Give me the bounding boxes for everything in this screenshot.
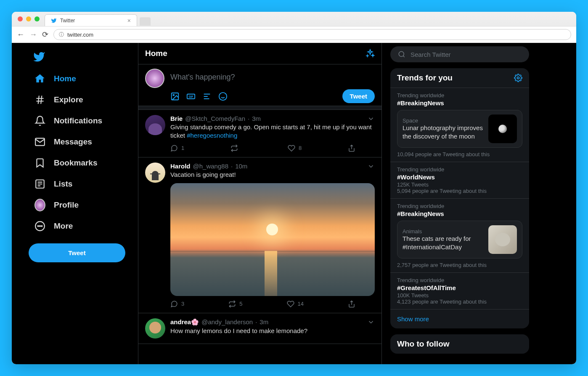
window-close-button[interactable] bbox=[18, 16, 23, 21]
trend-footer: 10,094 people are Tweeting about this bbox=[397, 151, 522, 157]
compose-tweet: What's happening? GIF Tweet bbox=[138, 64, 381, 106]
trend-item[interactable]: Trending worldwide #BreakingNews Space L… bbox=[390, 88, 529, 162]
search-placeholder: Search Twitter bbox=[411, 51, 451, 58]
trend-category: Animals bbox=[403, 228, 484, 235]
twitter-logo[interactable] bbox=[33, 51, 134, 63]
show-more-link[interactable]: Show more bbox=[390, 309, 529, 328]
compose-toolbar: GIF bbox=[170, 92, 228, 101]
nav-label: Explore bbox=[54, 95, 83, 104]
search-input[interactable]: Search Twitter bbox=[390, 46, 529, 62]
right-sidebar: Search Twitter Trends for you Trending w… bbox=[382, 43, 538, 364]
poll-icon[interactable] bbox=[202, 92, 212, 101]
hashtag-link[interactable]: #heregoesnothing bbox=[187, 132, 237, 139]
media-icon[interactable] bbox=[170, 92, 180, 101]
tweet-author-handle[interactable]: @Sktch_ComedyFan bbox=[185, 115, 245, 122]
trends-settings-button[interactable] bbox=[514, 74, 522, 82]
sparkle-icon[interactable] bbox=[366, 49, 375, 58]
trend-thumbnail bbox=[488, 115, 517, 143]
compose-tweet-button[interactable]: Tweet bbox=[342, 89, 375, 103]
reply-button[interactable]: 3 bbox=[170, 300, 184, 308]
trend-title: #WorldNews bbox=[397, 173, 522, 181]
share-button[interactable] bbox=[348, 300, 355, 308]
tweet-menu-button[interactable] bbox=[367, 318, 375, 326]
nav-notifications[interactable]: Notifications bbox=[29, 110, 138, 131]
site-info-icon[interactable]: ⓘ bbox=[59, 31, 64, 38]
tweet-author-handle[interactable]: @andy_landerson bbox=[201, 318, 253, 325]
retweet-button[interactable]: 5 bbox=[228, 300, 242, 308]
nav-messages[interactable]: Messages bbox=[29, 131, 138, 152]
trend-news-card[interactable]: Space Lunar photography improves the dis… bbox=[397, 110, 522, 148]
trend-item[interactable]: Trending worldwide #BreakingNews Animals… bbox=[390, 198, 529, 272]
tweet-avatar[interactable] bbox=[145, 318, 165, 339]
nav-back-button[interactable]: ← bbox=[17, 30, 24, 39]
trends-title: Trends for you bbox=[397, 73, 453, 83]
tweet[interactable]: Brie @Sktch_ComedyFan · 3m Giving standu… bbox=[138, 110, 381, 157]
traffic-lights bbox=[18, 16, 40, 21]
trend-item[interactable]: Trending worldwide #WorldNews 125K Tweet… bbox=[390, 162, 529, 198]
tweet-image[interactable] bbox=[170, 183, 375, 296]
tweet-time: 10m bbox=[235, 163, 247, 170]
twitter-bird-icon bbox=[33, 51, 45, 63]
envelope-icon bbox=[34, 136, 45, 147]
browser-tab[interactable]: Twitter × bbox=[45, 14, 137, 26]
compose-input[interactable]: What's happening? bbox=[170, 69, 375, 89]
hashtag-icon bbox=[34, 94, 45, 105]
trend-category: Space bbox=[403, 117, 484, 124]
nav-home[interactable]: Home bbox=[29, 68, 138, 89]
trend-meta: Trending worldwide bbox=[397, 203, 522, 209]
nav-more[interactable]: More bbox=[29, 216, 138, 237]
nav-profile[interactable]: Profile bbox=[29, 195, 138, 216]
twitter-favicon-icon bbox=[51, 18, 57, 24]
retweet-button[interactable] bbox=[230, 144, 241, 152]
trend-item[interactable]: Trending worldwide #GreatestOfAllTime 10… bbox=[390, 272, 529, 309]
tweet[interactable]: Harold @h_wang88 · 10m Vacation is going… bbox=[138, 157, 381, 313]
tweet-author-handle[interactable]: @h_wang88 bbox=[193, 163, 228, 170]
tweet-author-name[interactable]: Brie bbox=[170, 115, 183, 122]
page-title: Home bbox=[145, 49, 167, 58]
share-button[interactable] bbox=[348, 144, 355, 152]
window-minimize-button[interactable] bbox=[26, 16, 31, 21]
url-input[interactable]: ⓘ twitter.com bbox=[53, 29, 571, 40]
browser-chrome: Twitter × ← → ⟳ ⓘ twitter.com bbox=[12, 12, 576, 43]
tweet-author-name[interactable]: andrea🌸 bbox=[170, 318, 199, 326]
trend-title: #BreakingNews bbox=[397, 99, 522, 107]
tab-bar: Twitter × bbox=[12, 12, 576, 26]
sidebar-tweet-button[interactable]: Tweet bbox=[29, 243, 125, 262]
trend-footer: 5,094 people are Tweeting about this bbox=[397, 188, 522, 194]
main-timeline: Home What's happening? GIF bbox=[138, 43, 382, 364]
svg-point-11 bbox=[399, 51, 404, 56]
trend-news-card[interactable]: Animals These cats are ready for #Intern… bbox=[397, 221, 522, 259]
tweet-avatar[interactable] bbox=[145, 115, 165, 135]
window-maximize-button[interactable] bbox=[34, 16, 40, 21]
tab-close-icon[interactable]: × bbox=[127, 17, 131, 24]
nav-bookmarks[interactable]: Bookmarks bbox=[29, 152, 138, 173]
new-tab-button[interactable] bbox=[140, 17, 151, 26]
nav-label: Messages bbox=[54, 137, 92, 147]
svg-point-5 bbox=[41, 226, 42, 227]
tweet-author-name[interactable]: Harold bbox=[170, 163, 191, 170]
more-icon bbox=[34, 221, 45, 232]
tweet-avatar[interactable] bbox=[145, 163, 165, 183]
trend-title: #BreakingNews bbox=[397, 210, 522, 217]
tweet-menu-button[interactable] bbox=[367, 163, 375, 170]
nav-reload-button[interactable]: ⟳ bbox=[42, 30, 48, 39]
nav-forward-button[interactable]: → bbox=[29, 30, 37, 39]
compose-avatar[interactable] bbox=[145, 69, 164, 88]
emoji-icon[interactable] bbox=[218, 92, 228, 101]
like-button[interactable]: 8 bbox=[288, 144, 302, 152]
nav-label: Bookmarks bbox=[54, 158, 98, 168]
url-text: twitter.com bbox=[67, 32, 93, 38]
svg-point-4 bbox=[40, 226, 40, 227]
svg-point-10 bbox=[219, 92, 227, 100]
nav-label: More bbox=[54, 221, 73, 231]
trend-description: Lunar photography improves the discovery… bbox=[403, 124, 484, 140]
timeline-header: Home bbox=[138, 43, 381, 64]
nav-explore[interactable]: Explore bbox=[29, 89, 138, 110]
like-button[interactable]: 14 bbox=[287, 300, 304, 308]
nav-lists[interactable]: Lists bbox=[29, 173, 138, 195]
tweet-menu-button[interactable] bbox=[367, 115, 375, 123]
gif-icon[interactable]: GIF bbox=[186, 92, 196, 101]
tweet[interactable]: andrea🌸 @andy_landerson · 3m How many le… bbox=[138, 313, 381, 344]
reply-button[interactable]: 1 bbox=[170, 144, 184, 152]
home-icon bbox=[34, 73, 45, 84]
